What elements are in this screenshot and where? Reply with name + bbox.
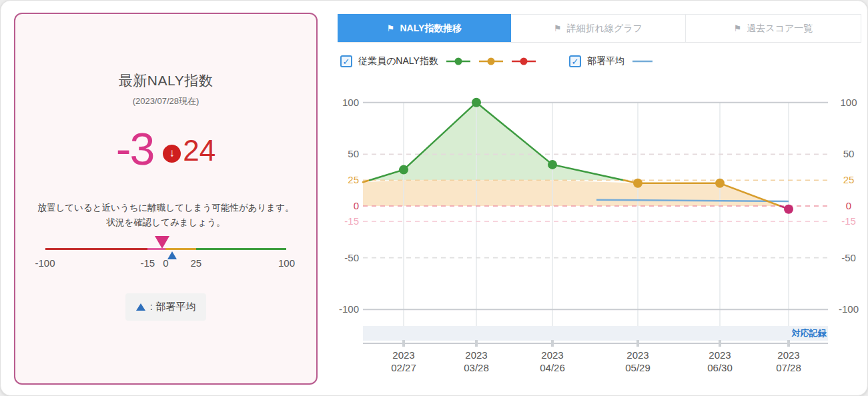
data-point-dot[interactable] — [633, 179, 642, 188]
gauge-segment — [196, 248, 287, 251]
gauge-segment — [165, 248, 195, 251]
flag-icon: ⚑ — [734, 23, 742, 33]
card-as-of-date: (2023/07/28現在) — [15, 95, 316, 107]
svg-text:-100: -100 — [839, 303, 859, 315]
tab-naly-index-trend[interactable]: ⚑ NALY指数推移 — [338, 14, 511, 42]
naly-trend-chart: 1001005050252500-15-15-50-50-100-1002023… — [334, 84, 868, 394]
tab-past-score-list[interactable]: ⚑ 過去スコア一覧 — [686, 14, 861, 42]
gauge-tick-label: 100 — [278, 257, 295, 269]
data-point-dot[interactable] — [399, 165, 408, 175]
chart-tabs: ⚑ NALY指数推移 ⚑ 詳細折れ線グラフ ⚑ 過去スコア一覧 — [338, 14, 861, 43]
tab-label: 詳細折れ線グラフ — [567, 23, 642, 35]
check-icon: ✓ — [343, 57, 350, 66]
svg-text:202306/30: 202306/30 — [707, 349, 733, 373]
gauge-tick-label: 0 — [163, 257, 168, 269]
chart-legend-row: ✓ 従業員のNALY指数 ✓ 部署平均 — [338, 55, 861, 75]
svg-text:50: 50 — [843, 148, 855, 159]
triangle-up-icon — [136, 303, 145, 311]
svg-text:202307/28: 202307/28 — [776, 349, 801, 373]
latest-score-card: 最新NALY指数 (2023/07/28現在) -3 ↓ 24 放置していると近… — [14, 13, 318, 385]
legend-marker-good-icon — [446, 57, 471, 65]
gauge-segment — [45, 248, 148, 251]
tab-label: 過去スコア一覧 — [747, 23, 813, 35]
data-point-dot[interactable] — [472, 98, 481, 107]
warning-line-2: 状況を確認してみましょう。 — [15, 215, 316, 230]
data-point-dot[interactable] — [548, 160, 557, 169]
gauge-tick-label: 25 — [190, 257, 201, 269]
flag-icon: ⚑ — [554, 23, 562, 33]
x-axis-labels: 202302/27202303/28202304/26202305/292023… — [391, 340, 801, 373]
svg-text:0: 0 — [846, 200, 851, 211]
legend-marker-warn-icon — [478, 57, 504, 65]
score-delta-value: 24 — [183, 136, 215, 165]
svg-text:202305/29: 202305/29 — [625, 349, 650, 373]
employee-series-checkbox[interactable]: ✓ — [340, 55, 352, 67]
employee-series-label: 従業員のNALY指数 — [358, 55, 438, 67]
naly-dashboard: 最新NALY指数 (2023/07/28現在) -3 ↓ 24 放置していると近… — [0, 0, 868, 396]
svg-text:25: 25 — [348, 174, 359, 185]
svg-text:-50: -50 — [344, 252, 359, 263]
latest-score-value: -3 — [116, 126, 153, 171]
warning-text: 放置していると近いうちに離職してしまう可能性があります。 状況を確認してみましょ… — [15, 201, 316, 231]
dept-average-legend-text: : 部署平均 — [150, 301, 195, 313]
flag-icon: ⚑ — [387, 23, 395, 33]
svg-text:25: 25 — [843, 174, 855, 185]
svg-text:0: 0 — [354, 200, 359, 211]
gauge-tick-label: -100 — [35, 257, 55, 269]
legend-marker-average-icon — [632, 57, 653, 65]
svg-text:100: 100 — [342, 97, 359, 108]
svg-text:-50: -50 — [841, 252, 856, 263]
svg-text:202304/26: 202304/26 — [540, 349, 565, 373]
data-point-dot[interactable] — [784, 205, 793, 214]
dept-average-control: ✓ 部署平均 — [569, 55, 653, 67]
action-record-button[interactable]: 対応記録 — [755, 327, 827, 339]
score-row: -3 ↓ 24 — [15, 123, 316, 174]
employee-series-control: ✓ 従業員のNALY指数 — [340, 55, 536, 67]
score-gauge: -100-15025100 — [45, 235, 287, 283]
tab-detail-line-graph[interactable]: ⚑ 詳細折れ線グラフ — [511, 14, 686, 42]
svg-text:-100: -100 — [339, 303, 359, 315]
svg-text:100: 100 — [840, 97, 857, 108]
score-marker-icon — [155, 236, 169, 249]
data-point-dot[interactable] — [715, 179, 725, 188]
arrow-down-icon: ↓ — [163, 145, 181, 163]
svg-text:-15: -15 — [344, 215, 359, 227]
svg-text:50: 50 — [348, 148, 359, 159]
svg-text:202302/27: 202302/27 — [391, 349, 416, 373]
check-icon: ✓ — [572, 57, 579, 66]
dept-average-legend-chip: : 部署平均 — [125, 293, 206, 321]
tab-label: NALY指数推移 — [400, 23, 462, 35]
svg-text:-15: -15 — [841, 215, 856, 227]
card-title: 最新NALY指数 — [15, 71, 316, 90]
gauge-tick-label: -15 — [141, 257, 155, 269]
dept-average-label: 部署平均 — [587, 55, 624, 67]
svg-text:202303/28: 202303/28 — [464, 349, 489, 373]
dept-average-checkbox[interactable]: ✓ — [569, 55, 581, 67]
legend-marker-danger-icon — [511, 57, 536, 65]
warning-line-1: 放置していると近いうちに離職してしまう可能性があります。 — [15, 201, 316, 215]
